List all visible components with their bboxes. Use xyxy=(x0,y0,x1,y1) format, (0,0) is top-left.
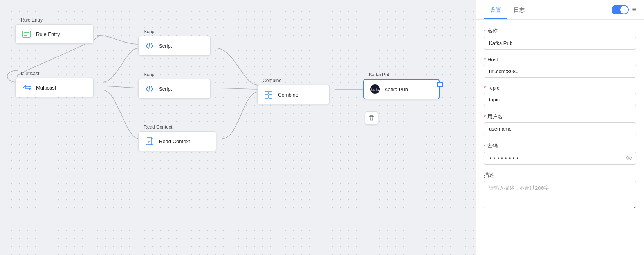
kafka-pub-label: Kafka Pub xyxy=(384,86,408,92)
svg-rect-13 xyxy=(265,91,268,94)
svg-rect-15 xyxy=(265,95,268,98)
topic-label: * Topic xyxy=(484,85,636,91)
rule-entry-icon xyxy=(21,29,32,40)
rule-entry-label: Rule Entry xyxy=(36,31,60,37)
username-input[interactable] xyxy=(484,122,636,135)
read-context-label: Read Context xyxy=(159,138,190,144)
script1-icon xyxy=(144,40,155,51)
svg-text:kafka: kafka xyxy=(370,88,380,92)
panel-controls: ≡ xyxy=(612,5,636,14)
svg-point-6 xyxy=(29,88,31,90)
svg-rect-16 xyxy=(269,95,272,98)
description-group: 描述 xyxy=(484,172,636,210)
combine-title: Combine xyxy=(257,75,330,85)
kafka-pub-node[interactable]: Kafka Pub kafka Kafka Pub xyxy=(363,70,440,99)
tab-settings[interactable]: 设置 xyxy=(484,1,507,19)
host-label: * Host xyxy=(484,57,636,63)
combine-label: Combine xyxy=(278,92,298,98)
password-input[interactable] xyxy=(484,152,636,165)
name-input[interactable] xyxy=(484,37,636,50)
topic-group: * Topic xyxy=(484,85,636,106)
script1-title: Script xyxy=(138,27,211,36)
menu-icon[interactable]: ≡ xyxy=(632,5,636,14)
panel-tabs: 设置 日志 xyxy=(484,1,531,19)
delete-button[interactable] xyxy=(365,111,378,125)
script1-node[interactable]: Script Script xyxy=(138,27,211,56)
read-context-title: Read Context xyxy=(138,122,216,131)
rule-entry-node[interactable]: Rule Entry Rule Entry xyxy=(15,15,94,44)
multicast-icon xyxy=(21,82,32,93)
read-context-node[interactable]: Read Context Read Context xyxy=(138,122,216,151)
combine-node[interactable]: Combine Combine xyxy=(257,75,330,104)
rule-entry-title: Rule Entry xyxy=(15,15,94,24)
script2-title: Script xyxy=(138,70,211,79)
name-group: * 名称 xyxy=(484,27,636,50)
password-group: * 密码 xyxy=(484,142,636,165)
description-textarea[interactable] xyxy=(484,181,636,208)
name-label: * 名称 xyxy=(484,27,636,34)
username-group: * 用户名 xyxy=(484,113,636,135)
settings-form: * 名称 * Host * Topic * 用户名 xyxy=(476,20,644,255)
right-panel: 设置 日志 ≡ * 名称 * Host * xyxy=(476,0,644,255)
canvas[interactable]: Rule Entry Rule Entry Multicast xyxy=(0,0,476,255)
multicast-node[interactable]: Multicast Multicast xyxy=(15,68,94,97)
script2-icon xyxy=(144,83,155,94)
multicast-label: Multicast xyxy=(36,85,56,91)
tab-log[interactable]: 日志 xyxy=(507,1,531,19)
multicast-title: Multicast xyxy=(15,68,94,78)
panel-header: 设置 日志 ≡ xyxy=(476,0,644,20)
trash-icon xyxy=(368,115,375,121)
topic-input[interactable] xyxy=(484,93,636,106)
password-wrapper xyxy=(484,152,636,165)
combine-icon xyxy=(263,89,274,100)
read-context-icon xyxy=(144,136,155,147)
svg-point-4 xyxy=(23,87,24,88)
script1-label: Script xyxy=(159,43,172,49)
password-label: * 密码 xyxy=(484,142,636,149)
enable-toggle[interactable] xyxy=(612,5,629,14)
svg-point-5 xyxy=(29,86,31,87)
host-input[interactable] xyxy=(484,65,636,78)
svg-line-7 xyxy=(149,43,150,49)
script2-label: Script xyxy=(159,86,172,92)
svg-line-8 xyxy=(149,86,150,92)
svg-rect-14 xyxy=(269,91,272,94)
description-label: 描述 xyxy=(484,172,636,179)
script2-node[interactable]: Script Script xyxy=(138,70,211,99)
host-group: * Host xyxy=(484,57,636,78)
password-eye-icon[interactable] xyxy=(626,154,632,162)
kafka-pub-icon: kafka xyxy=(370,84,381,95)
kafka-pub-title: Kafka Pub xyxy=(363,70,440,79)
username-label: * 用户名 xyxy=(484,113,636,120)
